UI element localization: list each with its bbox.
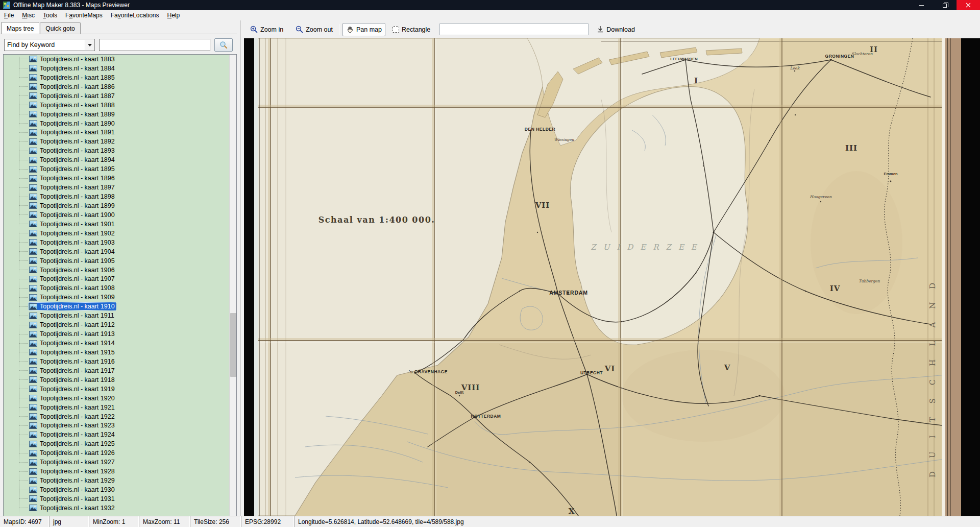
tree-item-label: Topotijdreis.nl - kaart 1911 <box>40 312 114 319</box>
tree-connector <box>19 389 28 389</box>
tree-item-1920[interactable]: Topotijdreis.nl - kaart 1920 <box>4 394 229 403</box>
tree-item-1907[interactable]: Topotijdreis.nl - kaart 1907 <box>4 275 229 284</box>
tree-item-1910[interactable]: Topotijdreis.nl - kaart 1910 <box>4 302 229 311</box>
tree-scrollbar-thumb[interactable] <box>230 313 236 377</box>
tree-item-1916[interactable]: Topotijdreis.nl - kaart 1916 <box>4 357 229 366</box>
find-mode-combobox[interactable]: Find by Keyword <box>4 39 95 51</box>
map-thumbnail-icon <box>29 56 37 62</box>
search-button[interactable] <box>214 38 233 52</box>
tree-item-1915[interactable]: Topotijdreis.nl - kaart 1915 <box>4 348 229 357</box>
tree-item-1896[interactable]: Topotijdreis.nl - kaart 1896 <box>4 174 229 183</box>
tree-item-1917[interactable]: Topotijdreis.nl - kaart 1917 <box>4 366 229 375</box>
tree-item-1889[interactable]: Topotijdreis.nl - kaart 1889 <box>4 110 229 119</box>
tree-item-1893[interactable]: Topotijdreis.nl - kaart 1893 <box>4 146 229 155</box>
zoom-out-label: Zoom out <box>306 26 333 33</box>
map-thumbnail-icon <box>29 477 37 484</box>
tree-item-1900[interactable]: Topotijdreis.nl - kaart 1900 <box>4 210 229 220</box>
tree-item-1906[interactable]: Topotijdreis.nl - kaart 1906 <box>4 266 229 275</box>
tree-item-1930[interactable]: Topotijdreis.nl - kaart 1930 <box>4 485 229 494</box>
tree-item-1913[interactable]: Topotijdreis.nl - kaart 1913 <box>4 329 229 339</box>
tree-item-1886[interactable]: Topotijdreis.nl - kaart 1886 <box>4 82 229 91</box>
map-viewport[interactable]: Schaal van 1:400 000.DEN HELDERWieringen… <box>244 38 980 516</box>
menu-help[interactable]: Help <box>163 11 184 20</box>
tree-item-1909[interactable]: Topotijdreis.nl - kaart 1909 <box>4 293 229 302</box>
menu-file[interactable]: File <box>0 11 18 20</box>
tree-item-1919[interactable]: Topotijdreis.nl - kaart 1919 <box>4 385 229 394</box>
menu-favoritelocations[interactable]: FavoriteLocations <box>107 11 163 20</box>
toolbar-input[interactable] <box>439 23 589 35</box>
tree-item-label: Topotijdreis.nl - kaart 1923 <box>40 422 115 429</box>
tree-item-1929[interactable]: Topotijdreis.nl - kaart 1929 <box>4 476 229 485</box>
tree-item-1925[interactable]: Topotijdreis.nl - kaart 1925 <box>4 439 229 448</box>
tree-item-label: Topotijdreis.nl - kaart 1910 <box>40 303 115 310</box>
zoom-out-button[interactable]: Zoom out <box>292 23 336 35</box>
tree-item-1903[interactable]: Topotijdreis.nl - kaart 1903 <box>4 238 229 247</box>
download-button[interactable]: Download <box>594 23 638 35</box>
tree-item-1883[interactable]: Topotijdreis.nl - kaart 1883 <box>4 55 229 64</box>
tree-item-1918[interactable]: Topotijdreis.nl - kaart 1918 <box>4 375 229 385</box>
tree-item-label: Topotijdreis.nl - kaart 1915 <box>40 349 115 356</box>
tree-connector <box>19 205 28 206</box>
close-button[interactable] <box>957 0 980 10</box>
tree-item-1911[interactable]: Topotijdreis.nl - kaart 1911 <box>4 311 229 320</box>
search-magnifier-icon <box>219 41 228 49</box>
tree-item-1892[interactable]: Topotijdreis.nl - kaart 1892 <box>4 137 229 146</box>
tree-item-1927[interactable]: Topotijdreis.nl - kaart 1927 <box>4 458 229 467</box>
tree-connector <box>19 490 28 490</box>
status-segment-jpg: jpg <box>50 516 89 527</box>
tab-maps-tree[interactable]: Maps tree <box>1 22 39 34</box>
tree-item-1887[interactable]: Topotijdreis.nl - kaart 1887 <box>4 91 229 101</box>
rectangle-button[interactable]: Rectangle <box>389 24 433 35</box>
tree-item-1924[interactable]: Topotijdreis.nl - kaart 1924 <box>4 430 229 439</box>
tree-item-1914[interactable]: Topotijdreis.nl - kaart 1914 <box>4 339 229 348</box>
restore-button[interactable] <box>933 0 957 10</box>
panel-splitter[interactable] <box>237 20 244 516</box>
tree-item-1891[interactable]: Topotijdreis.nl - kaart 1891 <box>4 128 229 137</box>
tree-item-1884[interactable]: Topotijdreis.nl - kaart 1884 <box>4 64 229 73</box>
tree-item-1899[interactable]: Topotijdreis.nl - kaart 1899 <box>4 201 229 210</box>
tree-item-1902[interactable]: Topotijdreis.nl - kaart 1902 <box>4 229 229 238</box>
tree-item-label: Topotijdreis.nl - kaart 1931 <box>40 495 115 502</box>
tree-item-1897[interactable]: Topotijdreis.nl - kaart 1897 <box>4 183 229 192</box>
tree-item-1923[interactable]: Topotijdreis.nl - kaart 1923 <box>4 421 229 430</box>
tree-item-1885[interactable]: Topotijdreis.nl - kaart 1885 <box>4 73 229 82</box>
tree-item-1926[interactable]: Topotijdreis.nl - kaart 1926 <box>4 448 229 458</box>
tree-item-1904[interactable]: Topotijdreis.nl - kaart 1904 <box>4 247 229 256</box>
tree-item-1921[interactable]: Topotijdreis.nl - kaart 1921 <box>4 403 229 412</box>
minimize-button[interactable] <box>910 0 933 10</box>
tab-quick-goto[interactable]: Quick goto <box>40 22 80 34</box>
tree-connector <box>19 343 28 344</box>
tree-connector-line <box>19 57 19 527</box>
tree-item-1912[interactable]: Topotijdreis.nl - kaart 1912 <box>4 320 229 329</box>
tree-item-label: Topotijdreis.nl - kaart 1916 <box>40 358 115 365</box>
tree-item-1928[interactable]: Topotijdreis.nl - kaart 1928 <box>4 467 229 476</box>
tree-item-1898[interactable]: Topotijdreis.nl - kaart 1898 <box>4 192 229 201</box>
tree-item-label: Topotijdreis.nl - kaart 1888 <box>40 102 115 109</box>
menu-favoritemaps[interactable]: FavoriteMaps <box>61 11 107 20</box>
tree-item-1905[interactable]: Topotijdreis.nl - kaart 1905 <box>4 256 229 266</box>
zoom-in-label: Zoom in <box>260 26 283 33</box>
tree-item-1894[interactable]: Topotijdreis.nl - kaart 1894 <box>4 155 229 164</box>
tree-item-1922[interactable]: Topotijdreis.nl - kaart 1922 <box>4 412 229 421</box>
tree-connector <box>19 178 28 179</box>
tree-connector <box>19 297 28 298</box>
tree-item-1895[interactable]: Topotijdreis.nl - kaart 1895 <box>4 164 229 174</box>
tree-scrollbar[interactable] <box>229 55 236 527</box>
tree-item-1888[interactable]: Topotijdreis.nl - kaart 1888 <box>4 101 229 110</box>
combo-dropdown-button[interactable] <box>85 40 94 50</box>
tree-item-1931[interactable]: Topotijdreis.nl - kaart 1931 <box>4 494 229 504</box>
tree-item-label: Topotijdreis.nl - kaart 1925 <box>40 440 115 447</box>
tree-item-1901[interactable]: Topotijdreis.nl - kaart 1901 <box>4 220 229 229</box>
search-input[interactable] <box>99 39 210 51</box>
menu-misc[interactable]: Misc <box>18 11 39 20</box>
zoom-in-button[interactable]: Zoom in <box>247 23 286 35</box>
tree-item-label: Topotijdreis.nl - kaart 1930 <box>40 486 115 493</box>
tree-item-1932[interactable]: Topotijdreis.nl - kaart 1932 <box>4 504 229 513</box>
tree-item-1908[interactable]: Topotijdreis.nl - kaart 1908 <box>4 283 229 293</box>
chevron-down-icon <box>88 44 92 46</box>
tree-connector <box>19 197 28 197</box>
pan-map-button[interactable]: Pan map <box>342 23 385 36</box>
menu-tools[interactable]: Tools <box>39 11 61 20</box>
tree-item-1890[interactable]: Topotijdreis.nl - kaart 1890 <box>4 119 229 128</box>
map-thumbnail-icon <box>29 211 37 218</box>
